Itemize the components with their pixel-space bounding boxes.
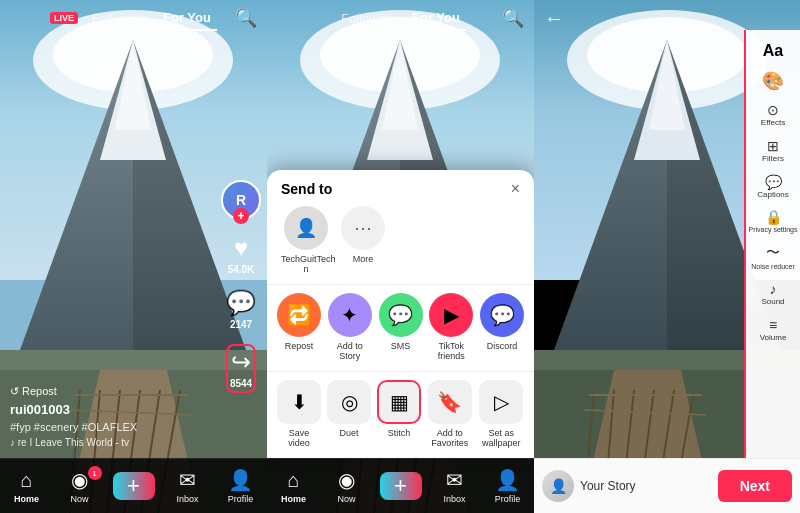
duet-icon: ◎ — [327, 380, 371, 424]
tool-privacy[interactable]: 🔒 Privacy settings — [746, 205, 800, 238]
modal-close-btn[interactable]: × — [511, 180, 520, 198]
volume-label: Volume — [760, 334, 787, 343]
share-btn-1[interactable]: ↪ 8544 — [226, 344, 256, 393]
tool-effects[interactable]: ⊙ Effects — [746, 98, 800, 132]
nav-profile-2[interactable]: 👤 Profile — [488, 468, 528, 504]
add-story-label: Add to Story — [327, 341, 373, 361]
repost-label-1: ↺ Repost — [10, 385, 207, 398]
discord-icon: 💬 — [480, 293, 524, 337]
noise-label: Noise reducer — [751, 263, 795, 271]
stitch-icon: ▦ — [377, 380, 421, 424]
repost-icon: 🔁 — [277, 293, 321, 337]
tool-volume[interactable]: ≡ Volume — [746, 313, 800, 347]
nav-inbox-1[interactable]: ✉ Inbox — [168, 468, 208, 504]
inbox-icon-2: ✉ — [446, 468, 463, 492]
live-badge: LIVE — [50, 12, 78, 24]
creator-avatar-1[interactable]: R + — [221, 180, 261, 220]
right-actions-1: R + ♥ 54.0K 💬 2147 ↪ 8544 — [221, 180, 261, 393]
favorites-label: Add to Favorites — [427, 428, 473, 448]
tiktok-friends-icon: ▶ — [429, 293, 473, 337]
actions-row: ⬇ Save video ◎ Duet ▦ Stitch 🔖 Add to Fa… — [267, 380, 534, 458]
discord-label: Discord — [487, 341, 518, 351]
tab-following-1[interactable]: Following — [86, 7, 153, 30]
app-discord[interactable]: 💬 Discord — [480, 293, 524, 361]
tab-foryou-1[interactable]: For You — [157, 6, 217, 31]
topbar-2: Following For You 🔍 — [267, 0, 534, 36]
tab-foryou-2[interactable]: For You — [406, 6, 466, 31]
sound-label: Sound — [761, 298, 784, 307]
home-label-2: Home — [281, 494, 306, 504]
effects-label: Effects — [761, 119, 785, 128]
now-icon-1: ◉ — [71, 468, 88, 492]
back-btn[interactable]: ← — [544, 7, 564, 30]
stitch-label: Stitch — [388, 428, 411, 438]
nav-profile-1[interactable]: 👤 Profile — [221, 468, 261, 504]
editor-bottom-bar: 👤 Your Story Next — [534, 458, 800, 513]
repost-label: Repost — [285, 341, 314, 351]
story-avatar: 👤 — [542, 470, 574, 502]
app-tiktok-friends[interactable]: ▶ TikTok friends — [429, 293, 475, 361]
nav-now-2[interactable]: ◉ Now — [327, 468, 367, 504]
nav-tabs-1: Following For You — [86, 6, 217, 31]
tool-noise[interactable]: 〜 Noise reducer — [746, 240, 800, 275]
nav-home-1[interactable]: ⌂ Home — [7, 469, 47, 504]
action-favorites[interactable]: 🔖 Add to Favorites — [427, 380, 473, 448]
tool-filters[interactable]: ⊞ Filters — [746, 134, 800, 168]
contact-avatar-techguit: 👤 — [284, 206, 328, 250]
nav-home-2[interactable]: ⌂ Home — [274, 469, 314, 504]
app-repost[interactable]: 🔁 Repost — [277, 293, 321, 361]
duet-label: Duet — [339, 428, 358, 438]
sound-icon: ♪ — [770, 281, 777, 297]
modal-divider-2 — [267, 371, 534, 372]
action-duet[interactable]: ◎ Duet — [327, 380, 371, 448]
tool-text[interactable]: Aa — [746, 38, 800, 64]
captions-label: Captions — [757, 191, 789, 200]
share-icon-1: ↪ — [231, 348, 251, 376]
heart-icon-1: ♥ — [234, 234, 248, 262]
tool-captions[interactable]: 💬 Captions — [746, 170, 800, 204]
nav-inbox-2[interactable]: ✉ Inbox — [435, 468, 475, 504]
contact-item-more[interactable]: ⋯ More — [341, 206, 385, 274]
like-btn-1[interactable]: ♥ 54.0K — [228, 234, 255, 275]
music-info-1: ♪ re I Leave This World - tv — [10, 437, 207, 448]
your-story-item[interactable]: 👤 Your Story — [542, 470, 718, 502]
search-icon-1[interactable]: 🔍 — [235, 7, 257, 29]
your-story-label: Your Story — [580, 479, 636, 493]
action-save-video[interactable]: ⬇ Save video — [277, 380, 321, 448]
contact-item-techguit[interactable]: 👤 TechGuitTech n — [281, 206, 331, 274]
next-button[interactable]: Next — [718, 470, 792, 502]
now-label-2: Now — [337, 494, 355, 504]
create-btn-1[interactable]: + — [113, 472, 155, 500]
privacy-label: Privacy settings — [748, 226, 797, 234]
action-wallpaper[interactable]: ▷ Set as wallpaper — [479, 380, 525, 448]
effects-icon: ⊙ — [767, 102, 779, 118]
profile-label-1: Profile — [228, 494, 254, 504]
favorites-icon: 🔖 — [428, 380, 472, 424]
video-info-1: ↺ Repost rui001003 #fyp #scenery #OLAFLE… — [10, 385, 207, 448]
profile-label-2: Profile — [495, 494, 521, 504]
nav-now-1[interactable]: ◉ Now 1 — [60, 468, 100, 504]
inbox-label-1: Inbox — [176, 494, 198, 504]
tab-following-2[interactable]: Following — [335, 7, 402, 30]
modal-title: Send to — [281, 181, 332, 197]
app-sms[interactable]: 💬 SMS — [379, 293, 423, 361]
tool-sound[interactable]: ♪ Sound — [746, 277, 800, 311]
create-btn-2[interactable]: + — [380, 472, 422, 500]
comment-btn-1[interactable]: 💬 2147 — [226, 289, 256, 330]
search-icon-2[interactable]: 🔍 — [502, 7, 524, 29]
noise-icon: 〜 — [766, 244, 780, 262]
comment-icon-1: 💬 — [226, 289, 256, 317]
share-modal: Send to × 👤 TechGuitTech n ⋯ More 🔁 Repo… — [267, 170, 534, 458]
tool-color[interactable]: 🎨 — [746, 66, 800, 96]
text-icon: Aa — [763, 42, 783, 60]
bottom-nav-1: ⌂ Home ◉ Now 1 + ✉ Inbox 👤 Profile — [0, 458, 267, 513]
comment-count-1: 2147 — [230, 319, 252, 330]
sms-label: SMS — [391, 341, 411, 351]
follow-plus-1: + — [233, 208, 249, 224]
modal-header: Send to × — [267, 180, 534, 206]
notif-dot-1: 1 — [88, 466, 102, 480]
hashtags-1: #fyp #scenery #OLAFLEX — [10, 421, 207, 433]
now-icon-2: ◉ — [338, 468, 355, 492]
app-add-story[interactable]: ✦ Add to Story — [327, 293, 373, 361]
action-stitch[interactable]: ▦ Stitch — [377, 380, 421, 448]
